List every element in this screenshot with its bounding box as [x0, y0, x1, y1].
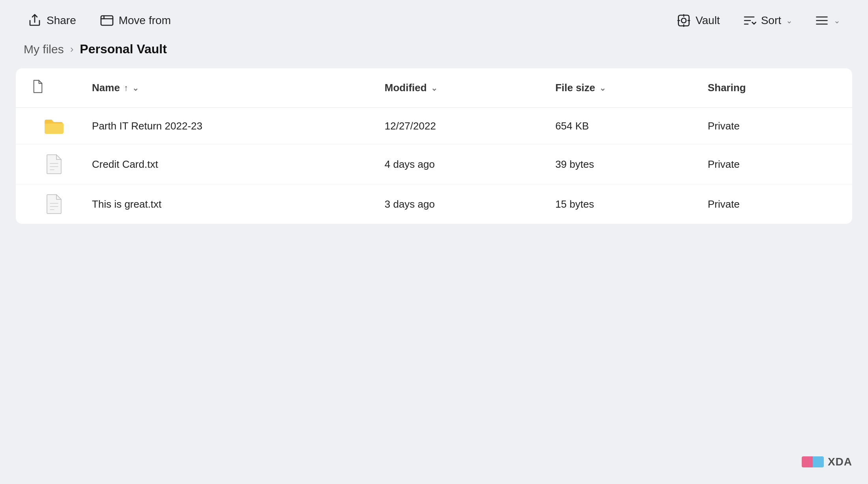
name-chevron-icon: ⌄: [132, 83, 139, 93]
breadcrumb-parent-link[interactable]: My files: [24, 43, 64, 56]
col-sharing-header: Sharing: [700, 68, 852, 108]
sort-label: Sort: [761, 14, 781, 27]
row-name: This is great.txt: [84, 184, 377, 224]
vault-button[interactable]: Vault: [673, 11, 724, 30]
svg-rect-1: [101, 16, 113, 25]
more-options-button[interactable]: ⌄: [811, 11, 844, 30]
more-options-icon: [815, 13, 829, 28]
breadcrumb-separator: ›: [70, 43, 74, 55]
modified-chevron-icon: ⌄: [431, 83, 438, 93]
sort-asc-icon: ↑: [124, 83, 128, 93]
vault-icon: [677, 13, 691, 28]
toolbar: Share Move from Vault: [0, 0, 868, 38]
size-chevron-icon: ⌄: [599, 83, 606, 93]
row-sharing: Private: [700, 108, 852, 144]
breadcrumb-current: Personal Vault: [80, 42, 167, 56]
row-name: Parth IT Return 2022-23: [84, 108, 377, 144]
row-sharing: Private: [700, 184, 852, 224]
xda-logo-blue: [813, 456, 824, 467]
svg-point-3: [681, 18, 686, 23]
file-table-container: Name ↑ ⌄ Modified ⌄ File size ⌄: [16, 68, 852, 224]
txt-file-icon: [45, 154, 63, 174]
share-icon: [28, 13, 42, 28]
col-size-header[interactable]: File size ⌄: [547, 68, 700, 108]
row-sharing: Private: [700, 144, 852, 184]
xda-logo-text: XDA: [828, 456, 852, 468]
sort-icon: [742, 13, 756, 28]
xda-logo-pink: [802, 456, 813, 467]
row-modified: 3 days ago: [377, 184, 548, 224]
file-table: Name ↑ ⌄ Modified ⌄ File size ⌄: [16, 68, 852, 224]
col-size-label: File size: [555, 82, 595, 94]
vault-label: Vault: [696, 14, 720, 27]
col-modified-label: Modified: [385, 82, 427, 94]
table-row[interactable]: Parth IT Return 2022-2312/27/2022654 KBP…: [16, 108, 852, 144]
col-name-header[interactable]: Name ↑ ⌄: [84, 68, 377, 108]
more-chevron-icon: ⌄: [834, 16, 840, 25]
breadcrumb: My files › Personal Vault: [0, 38, 868, 68]
txt-file-icon: [45, 194, 63, 214]
move-from-label: Move from: [119, 14, 171, 27]
move-from-button[interactable]: Move from: [96, 11, 175, 30]
folder-icon: [44, 117, 64, 135]
col-icon-header: [16, 68, 84, 108]
share-label: Share: [47, 14, 76, 27]
row-icon-cell: [16, 144, 84, 184]
row-icon-cell: [16, 108, 84, 144]
sort-button[interactable]: Sort ⌄: [738, 11, 797, 30]
file-table-body: Parth IT Return 2022-2312/27/2022654 KBP…: [16, 108, 852, 224]
table-header-row: Name ↑ ⌄ Modified ⌄ File size ⌄: [16, 68, 852, 108]
share-button[interactable]: Share: [24, 11, 80, 30]
row-file-size: 39 bytes: [547, 144, 700, 184]
col-name-label: Name: [92, 82, 120, 94]
xda-watermark: XDA: [802, 456, 852, 468]
file-header-icon: [32, 79, 44, 94]
table-row[interactable]: Credit Card.txt4 days ago39 bytesPrivate: [16, 144, 852, 184]
col-modified-header[interactable]: Modified ⌄: [377, 68, 548, 108]
col-sharing-label: Sharing: [708, 82, 746, 94]
table-row[interactable]: This is great.txt3 days ago15 bytesPriva…: [16, 184, 852, 224]
row-name: Credit Card.txt: [84, 144, 377, 184]
move-from-icon: [100, 13, 114, 28]
row-modified: 4 days ago: [377, 144, 548, 184]
row-modified: 12/27/2022: [377, 108, 548, 144]
sort-chevron-icon: ⌄: [786, 16, 793, 25]
toolbar-right: Vault Sort ⌄ ⌄: [673, 11, 844, 30]
row-file-size: 654 KB: [547, 108, 700, 144]
row-icon-cell: [16, 184, 84, 224]
toolbar-left: Share Move from: [24, 11, 175, 30]
row-file-size: 15 bytes: [547, 184, 700, 224]
